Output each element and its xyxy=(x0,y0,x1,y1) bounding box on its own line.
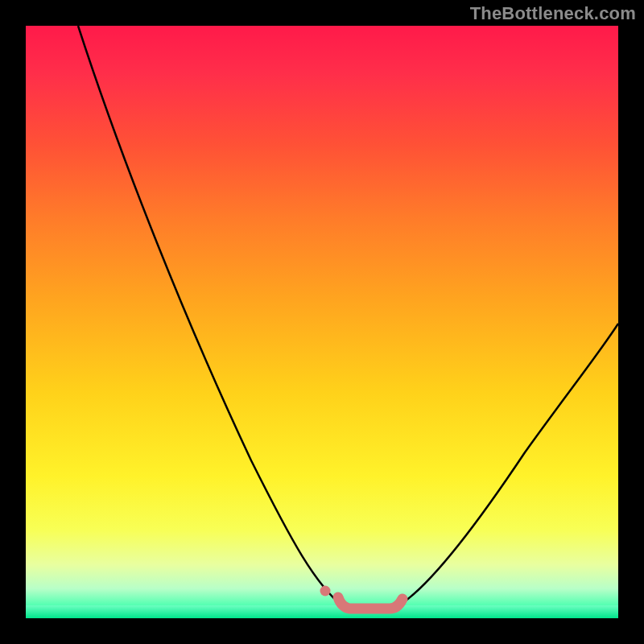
right-performance-curve xyxy=(396,324,618,607)
left-performance-curve xyxy=(78,26,344,607)
bottleneck-curve-plot xyxy=(26,26,618,618)
chart-area xyxy=(26,26,618,618)
optimal-range-marker xyxy=(338,597,402,609)
optimal-point-dot xyxy=(320,586,331,597)
watermark-text: TheBottleneck.com xyxy=(470,3,636,24)
